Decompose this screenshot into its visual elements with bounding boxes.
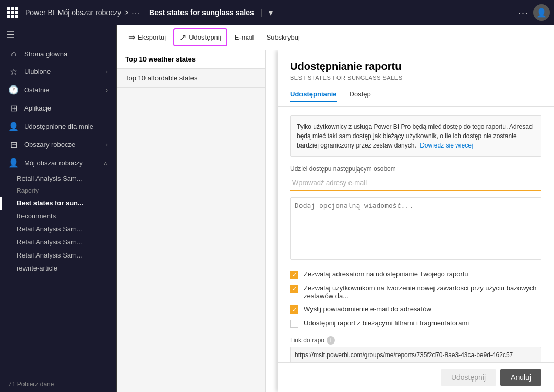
tab-access[interactable]: Dostęp: [350, 87, 371, 102]
checkbox-3[interactable]: [290, 320, 298, 328]
star-icon: ☆: [8, 67, 19, 77]
checkbox-label-3: Udostępnij raport z bieżącymi filtrami i…: [304, 319, 469, 327]
page-affordable-label: Top 10 affordable states: [125, 74, 198, 82]
sidebar-retail-sam-1[interactable]: Retail Analysis Sam...: [0, 172, 116, 185]
info-text: Tylko użytkownicy z usługą Power BI Pro …: [297, 123, 534, 149]
retail-sam-4-label: Retail Analysis Sam...: [17, 251, 82, 259]
clock-icon: 🕐: [8, 85, 19, 95]
checkbox-label-1: Zezwalaj użytkownikom na tworzenie nowej…: [304, 284, 541, 300]
checkmark-1: ✓: [292, 286, 297, 292]
email-input[interactable]: [290, 176, 541, 191]
toolbar: ⇒ Eksportuj ↗ Udostępnij E-mail Subskryb…: [117, 25, 554, 50]
info-icon: i: [327, 336, 335, 345]
report-title: Best states for sunglass sales: [149, 8, 254, 17]
content-area: ⇒ Eksportuj ↗ Udostępnij E-mail Subskryb…: [117, 25, 554, 392]
sidebar-myworkspace-label: Mój obszar roboczy: [24, 159, 98, 167]
tab-share[interactable]: Udostępnianie: [290, 87, 337, 102]
best-states-label: Best states for sun...: [17, 199, 83, 207]
fb-comments-label: fb-comments: [17, 212, 56, 220]
sidebar-retail-sam-4[interactable]: Retail Analysis Sam...: [0, 249, 116, 262]
share-submit-button[interactable]: Udostępnij: [441, 369, 496, 386]
export-button[interactable]: ⇒ Eksportuj: [123, 29, 171, 45]
checkmark-2: ✓: [292, 307, 297, 313]
workspace-name[interactable]: Mój obszar roboczy: [58, 8, 121, 17]
checkbox-1[interactable]: ✓: [290, 285, 298, 293]
checkbox-2[interactable]: ✓: [290, 305, 298, 314]
link-url[interactable]: https://msit.powerbi.com/groups/me/repor…: [290, 347, 541, 362]
overlay-title: Udostępnianie raportu: [290, 60, 541, 72]
page-item-weather[interactable]: Top 10 weather states: [117, 50, 265, 69]
sidebar-apps-label: Aplikacje: [24, 104, 108, 112]
sidebar-item-apps[interactable]: ⊞ Aplikacje: [0, 99, 116, 117]
overlay-footer: Udostępnij Anuluj: [278, 362, 554, 392]
avatar-icon: 👤: [536, 8, 547, 18]
subscribe-button[interactable]: Subskrybuj: [261, 30, 305, 44]
retail-sam-2-label: Retail Analysis Sam...: [17, 225, 82, 233]
sidebar-retail-sam-2[interactable]: Retail Analysis Sam...: [0, 223, 116, 236]
checkbox-0[interactable]: ✓: [290, 271, 298, 279]
brand-area: Power BI Mój obszar roboczy > ···: [25, 8, 141, 17]
pages-panel: Top 10 weather states Top 10 affordable …: [117, 50, 266, 392]
share-icon: ↗: [179, 32, 186, 42]
email-button[interactable]: E-mail: [230, 30, 259, 44]
myworkspace-chevron: ∧: [103, 160, 108, 167]
overlay-tabs: Udostępnianie Dostęp: [290, 87, 541, 102]
topbar-more[interactable]: ···: [518, 7, 529, 18]
more-button[interactable]: ···: [131, 8, 141, 17]
sidebar-shared-label: Udostępnione dla mnie: [24, 123, 108, 130]
sidebar-recent-label: Ostatnie: [24, 86, 101, 94]
checkbox-row-3: Udostępnij raport z bieżącymi filtrami i…: [290, 319, 541, 328]
apps-icon: ⊞: [8, 103, 19, 113]
sidebar-item-recent[interactable]: 🕐 Ostatnie ›: [0, 81, 116, 99]
subscribe-label: Subskrybuj: [266, 33, 299, 41]
overlay-header: Udostępnianie raportu BEST STATES FOR SU…: [278, 50, 554, 107]
sidebar-favorites-label: Ulubione: [24, 68, 101, 76]
link-label: Link do rapo i: [290, 336, 541, 345]
share-overlay: Udostępnianie raportu BEST STATES FOR SU…: [278, 50, 554, 392]
separator: >: [124, 8, 128, 17]
checkmark-0: ✓: [292, 272, 297, 278]
title-pipe: |: [260, 8, 262, 17]
page-weather-label: Top 10 weather states: [125, 55, 196, 63]
retail-sam-3-label: Retail Analysis Sam...: [17, 238, 82, 246]
sidebar-rewrite[interactable]: rewrite-article: [0, 262, 116, 275]
page-item-affordable[interactable]: Top 10 affordable states: [117, 69, 265, 88]
cancel-button[interactable]: Anuluj: [500, 369, 541, 386]
waffle-button[interactable]: [4, 4, 21, 21]
share-label: Udostępnij: [189, 33, 221, 41]
sidebar-toggle[interactable]: ☰: [0, 25, 116, 45]
message-input[interactable]: [290, 197, 541, 260]
checkbox-label-0: Zezwalaj adresatom na udostępnianie Twoj…: [304, 270, 468, 278]
sidebar: ☰ ⌂ Strona główna ☆ Ulubione › 🕐 Ostatni…: [0, 25, 117, 392]
home-icon: ⌂: [8, 49, 19, 58]
favorites-chevron: ›: [106, 68, 108, 76]
share-button[interactable]: ↗ Udostępnij: [173, 28, 227, 46]
sidebar-item-home[interactable]: ⌂ Strona główna: [0, 45, 116, 63]
topbar: Power BI Mój obszar roboczy > ··· Best s…: [0, 0, 554, 25]
sidebar-item-favorites[interactable]: ☆ Ulubione ›: [0, 63, 116, 81]
sidebar-item-shared[interactable]: 👤 Udostępnione dla mnie: [0, 117, 116, 136]
sidebar-retail-sam-3[interactable]: Retail Analysis Sam...: [0, 236, 116, 249]
sidebar-workspaces-label: Obszary robocze: [24, 141, 101, 149]
checkbox-row-0: ✓ Zezwalaj adresatom na udostępnianie Tw…: [290, 270, 541, 279]
checkbox-row-1: ✓ Zezwalaj użytkownikom na tworzenie now…: [290, 284, 541, 300]
retail-sam-1-label: Retail Analysis Sam...: [17, 175, 82, 182]
sidebar-item-workspaces[interactable]: ⊟ Obszary robocze ›: [0, 136, 116, 154]
info-box: Tylko użytkownicy z usługą Power BI Pro …: [290, 115, 541, 157]
sidebar-nav: ⌂ Strona główna ☆ Ulubione › 🕐 Ostatnie …: [0, 45, 116, 376]
sidebar-item-myworkspace[interactable]: 👤 Mój obszar roboczy ∧: [0, 154, 116, 172]
shared-icon: 👤: [8, 121, 19, 131]
rewrite-label: rewrite-article: [17, 264, 57, 272]
user-avatar[interactable]: 👤: [533, 4, 550, 21]
info-link[interactable]: Dowiedz się więcej: [420, 142, 473, 149]
title-chevron[interactable]: ▾: [269, 8, 273, 18]
brand-name: Power BI: [25, 8, 55, 17]
sidebar-fb-comments[interactable]: fb-comments: [0, 210, 116, 223]
main-layout: ☰ ⌂ Strona główna ☆ Ulubione › 🕐 Ostatni…: [0, 25, 554, 392]
workspaces-icon: ⊟: [8, 140, 19, 150]
link-section: Link do rapo i https://msit.powerbi.com/…: [290, 336, 541, 362]
footer-text: 71 Pobierz dane: [8, 381, 54, 388]
sidebar-best-states[interactable]: Best states for sun...: [0, 197, 116, 210]
field-label: Udziel dostępu następującym osobom: [290, 165, 541, 173]
myworkspace-icon: 👤: [8, 158, 19, 168]
